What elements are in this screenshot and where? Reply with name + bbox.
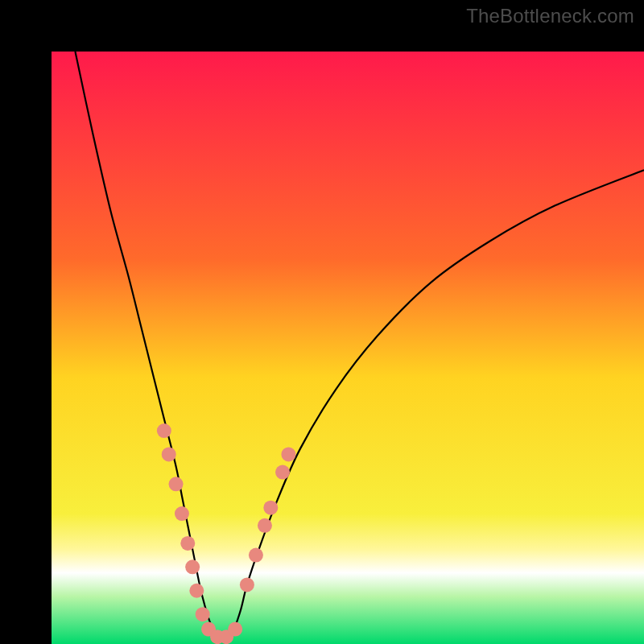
highlight-dot bbox=[228, 622, 242, 637]
highlight-dot bbox=[275, 465, 290, 480]
chart-svg bbox=[52, 52, 644, 644]
highlight-dot bbox=[175, 506, 189, 521]
highlight-dot bbox=[249, 548, 263, 563]
highlight-dot bbox=[196, 607, 210, 621]
chart-frame bbox=[0, 0, 644, 644]
highlight-dot bbox=[263, 501, 278, 515]
highlight-dot bbox=[240, 577, 254, 592]
highlight-dot bbox=[169, 477, 184, 491]
highlight-dot bbox=[157, 423, 171, 438]
highlight-dot bbox=[281, 447, 295, 461]
highlight-dot bbox=[189, 584, 204, 598]
highlight-dot bbox=[162, 447, 176, 461]
highlight-dot bbox=[180, 536, 195, 551]
watermark-text: TheBottleneck.com bbox=[466, 5, 634, 27]
chart-background bbox=[52, 52, 644, 644]
highlight-dot bbox=[185, 559, 200, 574]
chart-plot-area bbox=[52, 52, 644, 644]
highlight-dot bbox=[258, 518, 272, 533]
